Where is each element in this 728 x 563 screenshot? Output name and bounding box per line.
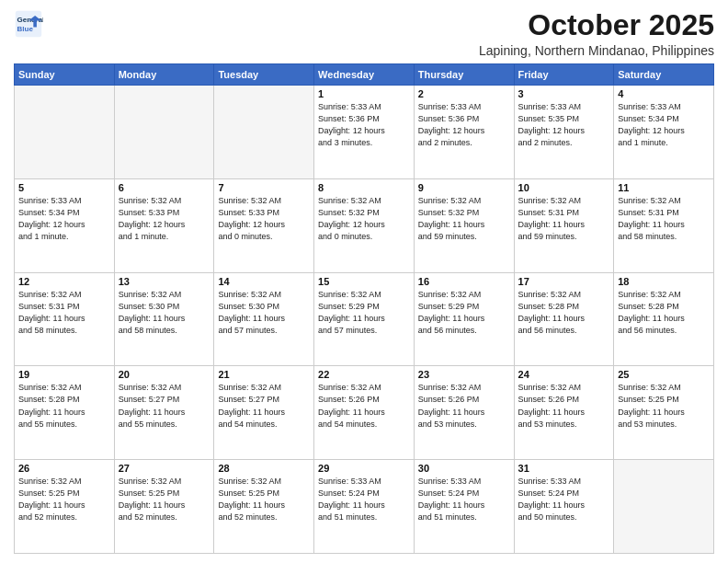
day-number: 22 (318, 369, 410, 380)
day-number: 12 (18, 276, 110, 287)
month-title: October 2025 (479, 9, 714, 41)
calendar-cell: 22Sunrise: 5:32 AM Sunset: 5:26 PM Dayli… (314, 366, 415, 460)
day-number: 16 (418, 276, 510, 287)
calendar-cell: 6Sunrise: 5:32 AM Sunset: 5:33 PM Daylig… (114, 178, 214, 272)
calendar-cell: 20Sunrise: 5:32 AM Sunset: 5:27 PM Dayli… (114, 366, 214, 460)
day-info: Sunrise: 5:32 AM Sunset: 5:25 PM Dayligh… (119, 476, 210, 523)
calendar-cell (614, 460, 714, 554)
calendar-cell: 14Sunrise: 5:32 AM Sunset: 5:30 PM Dayli… (214, 272, 314, 366)
day-number: 28 (218, 463, 310, 474)
day-number: 9 (418, 182, 510, 193)
day-number: 3 (518, 88, 610, 99)
day-info: Sunrise: 5:32 AM Sunset: 5:27 PM Dayligh… (119, 382, 210, 430)
svg-text:Blue: Blue (17, 25, 34, 33)
weekday-header-thursday: Thursday (414, 64, 514, 86)
calendar-cell: 3Sunrise: 5:33 AM Sunset: 5:35 PM Daylig… (514, 86, 614, 179)
calendar-cell: 5Sunrise: 5:33 AM Sunset: 5:34 PM Daylig… (15, 178, 115, 272)
calendar-cell: 13Sunrise: 5:32 AM Sunset: 5:30 PM Dayli… (114, 272, 214, 366)
day-info: Sunrise: 5:32 AM Sunset: 5:33 PM Dayligh… (119, 195, 210, 243)
calendar-cell: 18Sunrise: 5:32 AM Sunset: 5:28 PM Dayli… (614, 272, 714, 366)
calendar-cell: 12Sunrise: 5:32 AM Sunset: 5:31 PM Dayli… (15, 272, 115, 366)
day-number: 4 (618, 88, 710, 99)
title-block: October 2025 Lapining, Northern Mindanao… (479, 9, 714, 58)
logo: General Blue (14, 9, 43, 39)
calendar-cell: 11Sunrise: 5:32 AM Sunset: 5:31 PM Dayli… (614, 178, 714, 272)
calendar-cell: 10Sunrise: 5:32 AM Sunset: 5:31 PM Dayli… (514, 178, 614, 272)
day-info: Sunrise: 5:32 AM Sunset: 5:31 PM Dayligh… (618, 195, 710, 243)
location-title: Lapining, Northern Mindanao, Philippines (479, 43, 714, 58)
day-number: 30 (418, 463, 510, 474)
day-number: 31 (518, 463, 610, 474)
day-number: 24 (518, 369, 610, 380)
day-info: Sunrise: 5:32 AM Sunset: 5:29 PM Dayligh… (318, 289, 410, 337)
calendar-cell: 8Sunrise: 5:32 AM Sunset: 5:32 PM Daylig… (314, 178, 415, 272)
calendar-cell: 1Sunrise: 5:33 AM Sunset: 5:36 PM Daylig… (314, 86, 415, 179)
day-number: 7 (218, 182, 310, 193)
day-number: 25 (618, 369, 710, 380)
calendar-cell: 28Sunrise: 5:32 AM Sunset: 5:25 PM Dayli… (214, 460, 314, 554)
logo-icon: General Blue (14, 9, 43, 39)
day-number: 11 (618, 182, 710, 193)
calendar-cell: 30Sunrise: 5:33 AM Sunset: 5:24 PM Dayli… (414, 460, 514, 554)
day-number: 23 (418, 369, 510, 380)
day-info: Sunrise: 5:32 AM Sunset: 5:28 PM Dayligh… (18, 382, 110, 430)
day-number: 27 (119, 463, 210, 474)
day-info: Sunrise: 5:32 AM Sunset: 5:28 PM Dayligh… (518, 289, 610, 337)
day-number: 15 (318, 276, 410, 287)
day-info: Sunrise: 5:32 AM Sunset: 5:33 PM Dayligh… (218, 195, 310, 243)
day-info: Sunrise: 5:32 AM Sunset: 5:32 PM Dayligh… (418, 195, 510, 243)
calendar-table: SundayMondayTuesdayWednesdayThursdayFrid… (14, 63, 714, 554)
day-number: 20 (119, 369, 210, 380)
calendar-cell: 16Sunrise: 5:32 AM Sunset: 5:29 PM Dayli… (414, 272, 514, 366)
day-info: Sunrise: 5:32 AM Sunset: 5:31 PM Dayligh… (518, 195, 610, 243)
calendar-cell: 23Sunrise: 5:32 AM Sunset: 5:26 PM Dayli… (414, 366, 514, 460)
day-info: Sunrise: 5:32 AM Sunset: 5:25 PM Dayligh… (218, 476, 310, 523)
calendar-cell: 17Sunrise: 5:32 AM Sunset: 5:28 PM Dayli… (514, 272, 614, 366)
day-number: 21 (218, 369, 310, 380)
day-info: Sunrise: 5:32 AM Sunset: 5:30 PM Dayligh… (119, 289, 210, 337)
day-info: Sunrise: 5:33 AM Sunset: 5:34 PM Dayligh… (618, 101, 710, 149)
calendar-cell: 27Sunrise: 5:32 AM Sunset: 5:25 PM Dayli… (114, 460, 214, 554)
calendar-cell (114, 86, 214, 179)
weekday-header-monday: Monday (114, 64, 214, 86)
day-number: 18 (618, 276, 710, 287)
page: General Blue October 2025 Lapining, Nort… (0, 0, 728, 563)
calendar-cell: 2Sunrise: 5:33 AM Sunset: 5:36 PM Daylig… (414, 86, 514, 179)
day-info: Sunrise: 5:33 AM Sunset: 5:24 PM Dayligh… (418, 476, 510, 523)
calendar-cell: 4Sunrise: 5:33 AM Sunset: 5:34 PM Daylig… (614, 86, 714, 179)
day-info: Sunrise: 5:32 AM Sunset: 5:28 PM Dayligh… (618, 289, 710, 337)
day-number: 29 (318, 463, 410, 474)
day-number: 26 (18, 463, 110, 474)
day-number: 5 (18, 182, 110, 193)
weekday-header-saturday: Saturday (614, 64, 714, 86)
day-number: 14 (218, 276, 310, 287)
day-number: 13 (119, 276, 210, 287)
weekday-header-wednesday: Wednesday (314, 64, 415, 86)
day-info: Sunrise: 5:32 AM Sunset: 5:29 PM Dayligh… (418, 289, 510, 337)
day-info: Sunrise: 5:32 AM Sunset: 5:32 PM Dayligh… (318, 195, 410, 243)
weekday-header-tuesday: Tuesday (214, 64, 314, 86)
day-number: 8 (318, 182, 410, 193)
calendar-cell: 31Sunrise: 5:33 AM Sunset: 5:24 PM Dayli… (514, 460, 614, 554)
calendar-cell: 25Sunrise: 5:32 AM Sunset: 5:25 PM Dayli… (614, 366, 714, 460)
weekday-header-sunday: Sunday (15, 64, 115, 86)
calendar-cell: 19Sunrise: 5:32 AM Sunset: 5:28 PM Dayli… (15, 366, 115, 460)
day-info: Sunrise: 5:32 AM Sunset: 5:25 PM Dayligh… (18, 476, 110, 523)
day-info: Sunrise: 5:33 AM Sunset: 5:36 PM Dayligh… (418, 101, 510, 149)
day-info: Sunrise: 5:32 AM Sunset: 5:27 PM Dayligh… (218, 382, 310, 430)
calendar-cell: 26Sunrise: 5:32 AM Sunset: 5:25 PM Dayli… (15, 460, 115, 554)
day-info: Sunrise: 5:33 AM Sunset: 5:24 PM Dayligh… (318, 476, 410, 523)
day-info: Sunrise: 5:33 AM Sunset: 5:36 PM Dayligh… (318, 101, 410, 149)
day-number: 10 (518, 182, 610, 193)
day-info: Sunrise: 5:33 AM Sunset: 5:34 PM Dayligh… (18, 195, 110, 243)
day-info: Sunrise: 5:32 AM Sunset: 5:30 PM Dayligh… (218, 289, 310, 337)
day-info: Sunrise: 5:33 AM Sunset: 5:35 PM Dayligh… (518, 101, 610, 149)
day-info: Sunrise: 5:32 AM Sunset: 5:26 PM Dayligh… (418, 382, 510, 430)
calendar-cell: 21Sunrise: 5:32 AM Sunset: 5:27 PM Dayli… (214, 366, 314, 460)
day-number: 6 (119, 182, 210, 193)
day-number: 1 (318, 88, 410, 99)
calendar-cell: 15Sunrise: 5:32 AM Sunset: 5:29 PM Dayli… (314, 272, 415, 366)
calendar-cell: 29Sunrise: 5:33 AM Sunset: 5:24 PM Dayli… (314, 460, 415, 554)
day-info: Sunrise: 5:32 AM Sunset: 5:26 PM Dayligh… (518, 382, 610, 430)
day-info: Sunrise: 5:32 AM Sunset: 5:26 PM Dayligh… (318, 382, 410, 430)
